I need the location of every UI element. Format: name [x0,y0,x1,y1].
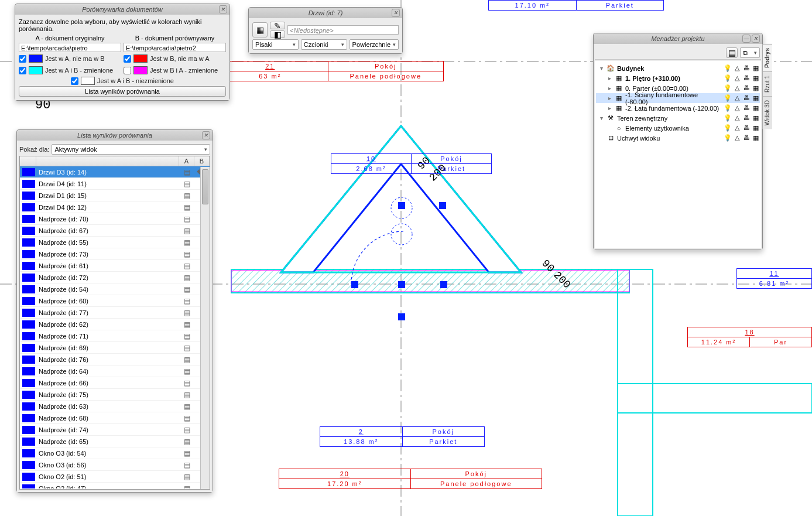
list-item[interactable]: Nadproże (id: 70) ▤ [20,213,210,225]
list-item[interactable]: Nadproże (id: 71) ▤ [20,330,210,342]
pm-tab[interactable]: Rzut 1 [763,71,772,96]
list-item[interactable]: Nadproże (id: 77) ▤ [20,307,210,319]
node-tools[interactable]: 💡 △ 🖶 ▦ [724,124,760,132]
print-icon[interactable]: 🖶 [742,64,751,72]
pm-tool-icon[interactable]: ▤ [726,47,738,58]
color-icon[interactable]: ▦ [752,94,760,102]
list-item[interactable]: Drzwi D4 (id: 11) ▤ [20,178,210,190]
brush-icon[interactable]: ✎ [270,22,285,29]
list-item[interactable]: Nadproże (id: 54) ▤ [20,283,210,295]
list-item[interactable]: Nadproże (id: 55) ▤ [20,237,210,248]
col-a-icon[interactable]: ▤ [179,320,194,329]
color-icon[interactable]: ▦ [752,114,760,122]
close-icon[interactable]: ✕ [202,131,210,139]
expand-icon[interactable]: ▾ [598,115,604,121]
node-tools[interactable]: 💡 △ 🖶 ▦ [724,84,760,92]
swatch[interactable] [133,66,148,74]
combo-surfaces[interactable]: Powierzchnie [350,39,399,50]
list-item[interactable]: Drzwi D1 (id: 15) ▤ [20,190,210,201]
col-a-icon[interactable]: ▤ [179,168,194,176]
list-item[interactable]: Drzwi D3 (id: 14) ▤ �╳ [20,166,210,178]
list-item[interactable]: Nadproże (id: 74) ▤ [20,424,210,436]
results-panel[interactable]: Lista wyników porównania✕ Pokaż dla: Akt… [16,129,213,493]
list-item[interactable]: Nadproże (id: 75) ▤ [20,389,210,401]
doors-field[interactable]: <Niedostępne> [287,25,399,35]
list-item[interactable]: Okno O2 (id: 47) ▤ [20,483,210,488]
col-a-icon[interactable]: ▤ [179,227,194,235]
swatch[interactable] [81,77,95,85]
results-button[interactable]: Lista wyników porównania [19,86,226,97]
color-icon[interactable]: ▦ [752,64,760,72]
col-a-icon[interactable]: ▤ [179,379,194,387]
lock-icon[interactable]: △ [733,94,741,102]
lock-icon[interactable]: △ [733,134,741,142]
tree-node[interactable]: ○ Elementy użytkownika 💡 △ 🖶 ▦ [596,123,760,133]
col-b[interactable]: B [194,156,210,166]
list-item[interactable]: Nadproże (id: 67) ▤ [20,225,210,237]
expand-icon[interactable]: ▾ [598,65,604,71]
col-a-icon[interactable]: ▤ [179,309,194,317]
pm-filter-combo[interactable]: ⧉ [740,47,760,58]
print-icon[interactable]: 🖶 [742,104,751,112]
results-list[interactable]: A B Drzwi D3 (id: 14) ▤ �╳ Drzwi D4 (id:… [19,156,210,490]
pm-tab[interactable]: Widok 3D [763,96,772,129]
expand-icon[interactable]: ▸ [607,85,612,91]
list-item[interactable]: Drzwi D4 (id: 12) ▤ [20,201,210,213]
color-icon[interactable]: ▦ [752,134,760,142]
list-item[interactable]: Okno O2 (id: 51) ▤ [20,471,210,483]
scrollbar[interactable] [200,167,210,489]
bulb-icon[interactable]: 💡 [724,64,732,72]
lock-icon[interactable]: △ [733,84,741,92]
list-item[interactable]: Nadproże (id: 66) ▤ [20,377,210,389]
list-item[interactable]: Nadproże (id: 76) ▤ [20,354,210,365]
col-a-icon[interactable]: ▤ [179,461,194,469]
show-for-combo[interactable]: Aktywny widok [52,144,210,155]
col-a-icon[interactable]: ▤ [179,262,194,270]
list-item[interactable]: Okno O3 (id: 56) ▤ [20,459,210,471]
bulb-icon[interactable]: 💡 [724,104,732,112]
col-a-icon[interactable]: ▤ [179,473,194,481]
swatch[interactable] [29,66,43,74]
col-a-icon[interactable]: ▤ [179,332,194,340]
list-item[interactable]: Nadproże (id: 63) ▤ [20,401,210,412]
tree-node[interactable]: ▸ ▦ -1. Ściany fundamentowe (-80.00) 💡 △… [596,93,760,103]
node-tools[interactable]: 💡 △ 🖶 ▦ [724,74,760,82]
bulb-icon[interactable]: 💡 [724,134,732,142]
print-icon[interactable]: 🖶 [742,114,751,122]
col-a-icon[interactable]: ▤ [179,297,194,305]
combo-pens[interactable]: Pisaki [252,39,299,50]
close-icon[interactable]: ✕ [219,5,227,13]
project-manager-panel[interactable]: Menadżer projektu — ✕ ▤ ⧉ ▾ 🏠 Budynek 💡 … [593,33,763,250]
list-item[interactable]: Nadproże (id: 64) ▤ [20,365,210,377]
chk-a-not-b[interactable] [19,55,26,63]
doors-title[interactable]: Drzwi (id: 7)✕ [249,8,402,18]
color-icon[interactable]: ▦ [752,104,760,112]
col-a-icon[interactable]: ▤ [179,367,194,375]
list-item[interactable]: Nadproże (id: 60) ▤ [20,295,210,307]
col-a-icon[interactable]: ▤ [179,484,194,489]
tree-node[interactable]: ▸ ▦ 1. Piętro (+310.00) 💡 △ 🖶 ▦ [596,73,760,83]
node-tools[interactable]: 💡 △ 🖶 ▦ [724,114,760,122]
print-icon[interactable]: 🖶 [742,94,751,102]
col-a-icon[interactable]: ▤ [179,449,194,457]
swatch[interactable] [133,54,148,63]
color-icon[interactable]: ▦ [752,74,760,82]
expand-icon[interactable]: ▸ [607,75,612,81]
list-item[interactable]: Nadproże (id: 68) ▤ [20,412,210,424]
chk-ba-changed[interactable] [124,67,131,74]
chk-ab-unchanged[interactable] [71,77,78,85]
col-a-icon[interactable]: ▤ [179,402,194,411]
col-a-icon[interactable]: ▤ [179,203,194,211]
expand-icon[interactable]: ▸ [607,105,612,111]
list-item[interactable]: Nadproże (id: 72) ▤ [20,272,210,283]
color-icon[interactable]: ▦ [752,84,760,92]
col-a-icon[interactable]: ▤ [179,285,194,293]
col-a-icon[interactable]: ▤ [179,215,194,223]
print-icon[interactable]: 🖶 [742,124,751,132]
pm-side-tabs[interactable]: Podrys Rzut 1 Widok 3D [762,44,772,129]
col-a-icon[interactable]: ▤ [179,391,194,399]
col-a[interactable]: A [179,156,194,166]
col-a-icon[interactable]: ▤ [179,426,194,434]
minimize-icon[interactable]: — [742,35,751,43]
node-tools[interactable]: 💡 △ 🖶 ▦ [724,104,760,112]
